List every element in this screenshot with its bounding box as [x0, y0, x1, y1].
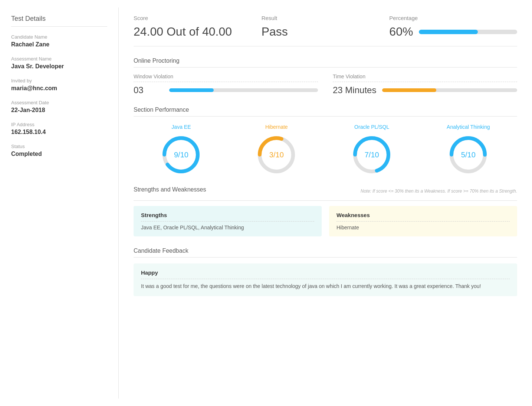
donut-label: Analytical Thinking	[447, 124, 490, 130]
feedback-section: Candidate Feedback Happy It was a good t…	[134, 248, 517, 296]
sidebar: Test Details Candidate Name Rachael Zane…	[0, 7, 119, 399]
donut-wrapper: 9/10	[161, 134, 201, 175]
result-value: Pass	[262, 25, 390, 39]
invited-by-field: Invited by maria@hnc.com	[11, 78, 107, 92]
sw-header: Strengths and Weaknesses	[134, 186, 206, 196]
performance-header: Section Performance	[134, 107, 517, 117]
assessment-name-label: Assessment Name	[11, 56, 107, 62]
strengths-card: Strengths Java EE, Oracle PL/SQL, Analyt…	[134, 206, 322, 236]
sw-section: Strengths and Weaknesses Note: If score …	[134, 186, 517, 236]
feedback-header: Candidate Feedback	[134, 248, 517, 258]
sw-header-row: Strengths and Weaknesses Note: If score …	[134, 186, 517, 196]
score-row: Score 24.00 Out of 40.00 Result Pass Per…	[134, 15, 517, 46]
sw-cards: Strengths Java EE, Oracle PL/SQL, Analyt…	[134, 206, 517, 236]
score-col: Score 24.00 Out of 40.00	[134, 15, 262, 39]
donut-wrapper: 7/10	[351, 134, 392, 175]
main-content: Score 24.00 Out of 40.00 Result Pass Per…	[119, 7, 532, 399]
strengths-title: Strengths	[141, 212, 314, 222]
feedback-card: Happy It was a good test for me, the que…	[134, 263, 517, 296]
donut-score: 7/10	[365, 151, 379, 159]
window-violation-item: Window Violation 03	[134, 73, 318, 95]
sw-note: Note: If score <= 30% then its a Weaknes…	[361, 189, 517, 194]
assessment-name-value: Java Sr. Developer	[11, 63, 107, 70]
invited-by-value: maria@hnc.com	[11, 85, 107, 92]
time-violation-bar-fill	[382, 88, 436, 92]
donut-item-analytical-thinking: Analytical Thinking 5/10	[447, 124, 490, 175]
donut-wrapper: 3/10	[256, 134, 297, 175]
strengths-content: Java EE, Oracle PL/SQL, Analytical Think…	[141, 225, 314, 230]
window-violation-label: Window Violation	[134, 73, 318, 82]
weaknesses-card: Weaknesses Hibernate	[329, 206, 517, 236]
proctoring-row: Window Violation 03 Time Violation 23 Mi…	[134, 73, 517, 95]
feedback-card-title: Happy	[141, 269, 510, 279]
status-value: Completed	[11, 151, 107, 157]
ip-address-field: IP Address 162.158.10.4	[11, 122, 107, 135]
candidate-name-field: Candidate Name Rachael Zane	[11, 34, 107, 48]
donut-score: 5/10	[461, 151, 476, 159]
window-violation-bar	[169, 88, 318, 92]
proctoring-header: Online Proctoring	[134, 58, 517, 68]
percentage-row: 60%	[389, 25, 517, 39]
status-label: Status	[11, 144, 107, 149]
time-violation-item: Time Violation 23 Minutes	[333, 73, 517, 95]
percentage-col: Percentage 60%	[389, 15, 517, 39]
assessment-date-field: Assessment Date 22-Jan-2018	[11, 100, 107, 114]
time-violation-bar	[382, 88, 517, 92]
donut-item-java-ee: Java EE 9/10	[161, 124, 201, 175]
donut-item-oracle-pl/sql: Oracle PL/SQL 7/10	[351, 124, 392, 175]
donut-label: Oracle PL/SQL	[354, 124, 389, 130]
percentage-bar-fill	[419, 30, 478, 34]
window-violation-value: 03	[134, 85, 163, 95]
percentage-label: Percentage	[389, 15, 517, 21]
time-violation-value: 23 Minutes	[333, 85, 376, 95]
percentage-value: 60%	[389, 25, 413, 39]
sidebar-title: Test Details	[11, 15, 107, 27]
assessment-date-label: Assessment Date	[11, 100, 107, 105]
assessment-name-field: Assessment Name Java Sr. Developer	[11, 56, 107, 70]
donut-label: Java EE	[171, 124, 191, 130]
time-violation-label: Time Violation	[333, 73, 517, 82]
assessment-date-value: 22-Jan-2018	[11, 107, 107, 114]
performance-section: Section Performance Java EE 9/10 Hiberna…	[134, 107, 517, 175]
donut-wrapper: 5/10	[448, 134, 489, 175]
feedback-card-content: It was a good test for me, the questions…	[141, 282, 510, 290]
result-label: Result	[262, 15, 390, 21]
donut-score: 9/10	[174, 151, 188, 159]
weaknesses-content: Hibernate	[336, 225, 510, 230]
weaknesses-title: Weaknesses	[336, 212, 510, 222]
score-label: Score	[134, 15, 262, 21]
candidate-name-value: Rachael Zane	[11, 41, 107, 48]
donut-label: Hibernate	[265, 124, 288, 130]
donut-score: 3/10	[269, 151, 284, 159]
status-field: Status Completed	[11, 144, 107, 157]
result-col: Result Pass	[262, 15, 390, 39]
percentage-bar	[419, 30, 517, 34]
candidate-name-label: Candidate Name	[11, 34, 107, 40]
proctoring-section: Online Proctoring Window Violation 03 Ti…	[134, 58, 517, 95]
score-value: 24.00 Out of 40.00	[134, 25, 262, 39]
window-violation-bar-fill	[169, 88, 214, 92]
donut-row: Java EE 9/10 Hibernate 3/10 Oracle PL/SQ…	[134, 124, 517, 175]
donut-item-hibernate: Hibernate 3/10	[256, 124, 297, 175]
invited-by-label: Invited by	[11, 78, 107, 84]
ip-address-label: IP Address	[11, 122, 107, 127]
window-violation-row: 03	[134, 85, 318, 95]
time-violation-row: 23 Minutes	[333, 85, 517, 95]
ip-address-value: 162.158.10.4	[11, 129, 107, 135]
